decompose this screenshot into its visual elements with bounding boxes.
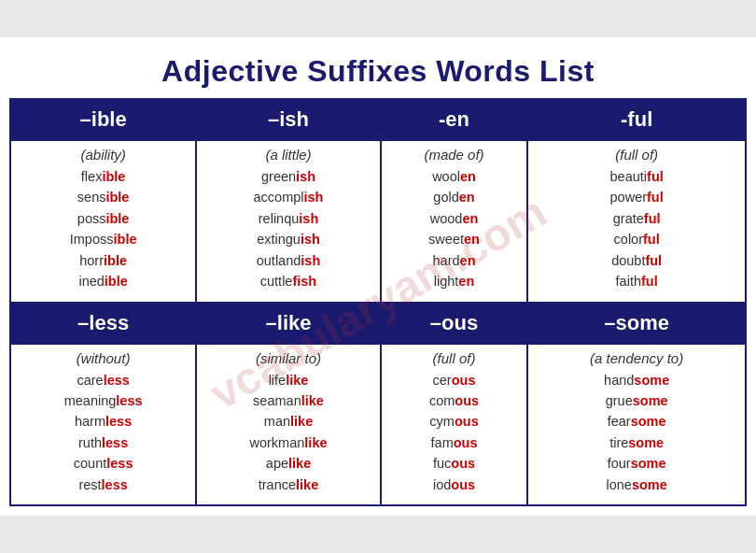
meaning-ous: (full of) [385,350,524,366]
word-golden: golden [385,187,524,207]
header-less: –less [10,303,196,344]
header-ful: -ful [527,99,746,140]
word-famous: famous [385,432,524,453]
word-beautiful: beautiful [532,166,741,187]
word-fearsome: fearsome [532,411,741,432]
meaning-en: (made of) [385,147,524,163]
word-ruthless: ruthless [15,432,191,453]
word-wooden: wooden [385,208,524,229]
word-powerful: powerful [532,187,741,207]
word-grateful: grateful [532,208,741,229]
cell-some: (a tendency to) handsome gruesome fearso… [527,344,746,506]
table-wrapper: vcabularyam.com –ible –ish -en -ful (abi… [9,98,747,507]
header-row: –ible –ish -en -ful [10,99,746,140]
word-tiresome: tiresome [532,432,741,453]
word-iodous: iodous [385,475,524,495]
suffixes-table: –ible –ish -en -ful (ability) flexible s… [9,98,747,507]
header-ish: –ish [196,99,380,140]
meaning-less: (without) [15,350,191,366]
bottom-content-row: (without) careless meaningless harmless … [10,344,746,506]
word-extinguish: extinguish [201,229,375,249]
word-horrible: horrible [15,250,191,271]
word-sweeten: sweeten [385,229,524,249]
cell-ish: (a little) greenish accomplish relinquis… [196,140,380,303]
word-sensible: sensible [15,187,191,207]
word-seamanlike: seamanlike [201,390,375,411]
top-content-row: (ability) flexible sensible possible Imp… [10,140,746,303]
cell-ful: (full of) beautiful powerful grateful co… [527,140,746,303]
word-relinquish: relinquish [201,208,375,229]
meaning-some: (a tendency to) [532,350,741,366]
cell-ous: (full of) cerous comous cymous famous fu… [381,344,528,506]
word-impossible: Impossible [15,229,191,249]
word-lighten: lighten [385,271,524,291]
word-flexible: flexible [15,166,191,187]
word-doubtful: doubtful [532,250,741,271]
meaning-ish: (a little) [201,147,375,163]
word-accomplish: accomplish [201,187,375,207]
word-countless: countless [15,453,191,474]
word-inedible: inedible [15,271,191,291]
header-like: –like [196,303,380,344]
word-woolen: woolen [385,166,524,187]
bottom-header-row: –less –like –ous –some [10,303,746,344]
word-possible: possible [15,208,191,229]
word-apelike: apelike [201,453,375,474]
cell-less: (without) careless meaningless harmless … [10,344,196,506]
word-manlike: manlike [201,411,375,432]
word-lonesome: lonesome [532,475,741,495]
main-card: Adjective Suffixes Words List vcabularya… [0,37,756,517]
cell-en: (made of) woolen golden wooden sweeten h… [381,140,528,303]
cell-like: (similar to) lifelike seamanlike manlike… [196,344,380,506]
word-gruesome: gruesome [532,390,741,411]
word-harden: harden [385,250,524,271]
cell-ible: (ability) flexible sensible possible Imp… [10,140,196,303]
word-careless: careless [15,370,191,390]
word-cymous: cymous [385,411,524,432]
word-fucous: fucous [385,453,524,474]
word-meaningless: meaningless [15,390,191,411]
meaning-ful: (full of) [532,147,741,163]
word-trancelike: trancelike [201,475,375,495]
meaning-ible: (ability) [15,147,191,163]
word-outlandish: outlandish [201,250,375,271]
page-title: Adjective Suffixes Words List [9,47,747,98]
header-ous: –ous [381,303,528,344]
meaning-like: (similar to) [201,350,375,366]
word-workmanlike: workmanlike [201,432,375,453]
word-comous: comous [385,390,524,411]
word-harmless: harmless [15,411,191,432]
word-restless: restless [15,475,191,495]
word-foursome: foursome [532,453,741,474]
header-en: -en [381,99,528,140]
word-faithful: faithful [532,271,741,291]
header-ible: –ible [10,99,196,140]
word-handsome: handsome [532,370,741,390]
word-lifelike: lifelike [201,370,375,390]
word-colorful: colorful [532,229,741,249]
word-cerous: cerous [385,370,524,390]
word-greenish: greenish [201,166,375,187]
header-some: –some [527,303,746,344]
word-cuttlefish: cuttlefish [201,271,375,291]
